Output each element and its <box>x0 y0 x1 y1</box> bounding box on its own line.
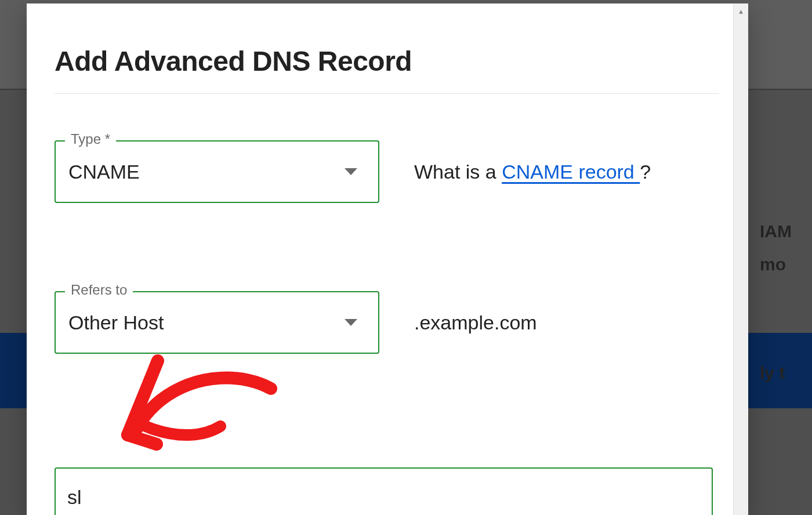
chevron-down-icon <box>345 319 357 326</box>
domain-suffix: .example.com <box>414 311 537 334</box>
modal-title: Add Advanced DNS Record <box>55 3 713 77</box>
type-row: Type * CNAME What is a CNAME record ? <box>55 140 713 203</box>
title-divider <box>55 93 719 94</box>
scroll-up-button[interactable]: ▴ <box>734 3 748 19</box>
type-select-value: CNAME <box>68 161 140 183</box>
refers-select-wrap: Refers to Other Host <box>55 291 379 354</box>
type-select-wrap: Type * CNAME <box>55 140 379 203</box>
add-dns-record-modal: ▴ Add Advanced DNS Record Type * CNAME W… <box>27 3 748 515</box>
red-arrow-annotation <box>117 348 280 452</box>
help-prefix: What is a <box>414 161 502 183</box>
chevron-down-icon <box>345 168 357 175</box>
host-input-wrap <box>55 467 713 515</box>
help-text: What is a CNAME record ? <box>414 161 651 183</box>
refers-select-value: Other Host <box>68 311 164 334</box>
type-label: Type * <box>65 131 116 147</box>
host-input[interactable] <box>55 467 713 515</box>
type-select[interactable]: CNAME <box>55 140 379 203</box>
refers-label: Refers to <box>65 282 133 298</box>
refers-row: Refers to Other Host .example.com <box>55 291 713 354</box>
modal-scrollbar[interactable]: ▴ <box>733 3 748 515</box>
help-suffix: ? <box>640 161 651 183</box>
cname-record-help-link[interactable]: CNAME record <box>502 161 640 183</box>
scroll-track[interactable] <box>735 19 746 515</box>
refers-select[interactable]: Other Host <box>55 291 379 354</box>
